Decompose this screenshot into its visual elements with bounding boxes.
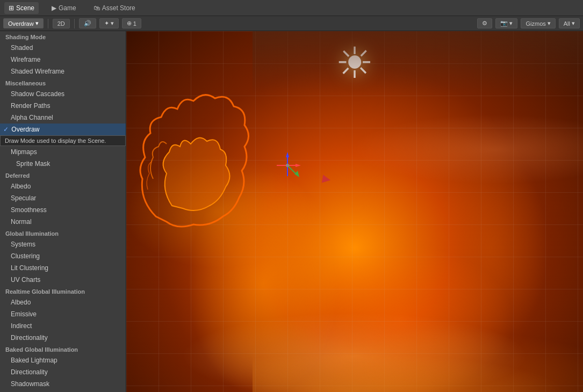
menu-item-shadow-cascades[interactable]: Shadow Cascades	[0, 88, 126, 100]
scene-viewport[interactable]: ☀	[126, 31, 583, 392]
gizmos-dropdown-icon: ▾	[548, 20, 551, 27]
toolbar-separator-2	[74, 19, 75, 28]
deferred-header: Deferred	[0, 170, 126, 180]
menu-item-albedo-deferred[interactable]: Albedo	[0, 180, 126, 192]
move-icon: ⊕	[127, 20, 132, 27]
menu-item-overdraw[interactable]: Overdraw	[0, 124, 126, 135]
settings-icon: ⚙	[482, 20, 487, 27]
all-button[interactable]: All ▾	[559, 18, 580, 28]
menu-item-lit-clustering[interactable]: Lit Clustering	[0, 262, 126, 274]
menu-item-shaded[interactable]: Shaded	[0, 42, 126, 54]
menu-item-baked-albedo[interactable]: Albedo	[0, 390, 126, 392]
menu-item-clustering[interactable]: Clustering	[0, 250, 126, 262]
baked-gi-header: Baked Global Illumination	[0, 344, 126, 354]
effects-icon: ✦	[104, 20, 109, 27]
2d-label: 2D	[57, 20, 65, 27]
tab-game[interactable]: ▶ Game	[47, 2, 81, 14]
menu-item-rt-directionality[interactable]: Directionality	[0, 332, 126, 344]
smoke-top	[253, 31, 583, 96]
top-bar: ⊞ Scene ▶ Game 🛍 Asset Store	[0, 0, 583, 16]
overdraw-button[interactable]: Overdraw ▾	[3, 18, 44, 28]
shading-dropdown-panel: Shading Mode Shaded Wireframe Shaded Wir…	[0, 31, 126, 392]
count-label: 1	[133, 20, 136, 27]
scene-toolbar: Overdraw ▾ 2D 🔊 ✦ ▾ ⊕ 1 ⚙ 📷 ▾ Gizmos ▾ A…	[0, 16, 583, 31]
move-button[interactable]: ⊕ 1	[122, 18, 141, 28]
menu-item-rt-indirect[interactable]: Indirect	[0, 320, 126, 332]
all-label: All	[564, 20, 570, 27]
camera-dropdown-icon: ▾	[509, 20, 513, 27]
menu-item-shaded-wireframe[interactable]: Shaded Wireframe	[0, 66, 126, 77]
menu-item-render-paths[interactable]: Render Paths	[0, 100, 126, 112]
toolbar-separator-1	[48, 19, 48, 28]
game-icon: ▶	[52, 4, 56, 12]
all-dropdown-icon: ▾	[572, 20, 575, 27]
menu-item-baked-directionality[interactable]: Directionality	[0, 366, 126, 378]
main-content: Shading Mode Shaded Wireframe Shaded Wir…	[0, 31, 583, 392]
gizmos-label: Gizmos	[526, 20, 545, 27]
tab-asset-store[interactable]: 🛍 Asset Store	[89, 2, 140, 14]
overdraw-label: Overdraw	[8, 20, 34, 27]
scene-icon: ⊞	[9, 4, 14, 12]
camera-button[interactable]: 📷 ▾	[495, 18, 517, 28]
menu-item-smoothness-deferred[interactable]: Smoothness	[0, 204, 126, 216]
realtime-gi-header: Realtime Global Illumination	[0, 286, 126, 296]
camera-icon: 📷	[500, 20, 508, 27]
menu-item-systems[interactable]: Systems	[0, 238, 126, 250]
global-illumination-header: Global Illumination	[0, 228, 126, 238]
gizmos-button[interactable]: Gizmos ▾	[521, 18, 555, 28]
menu-item-shadowmask[interactable]: Shadowmask	[0, 378, 126, 390]
menu-item-wireframe[interactable]: Wireframe	[0, 54, 126, 66]
shading-mode-header: Shading Mode	[0, 31, 126, 42]
2d-button[interactable]: 2D	[53, 19, 70, 28]
tab-asset-store-label: Asset Store	[102, 4, 135, 12]
settings-button[interactable]: ⚙	[477, 18, 492, 28]
menu-item-sprite-mask[interactable]: Sprite Mask	[0, 158, 126, 170]
asset-store-icon: 🛍	[93, 4, 100, 12]
tab-game-label: Game	[59, 4, 76, 12]
menu-item-uv-charts-gi[interactable]: UV Charts	[0, 274, 126, 286]
effects-button[interactable]: ✦ ▾	[99, 18, 119, 28]
menu-item-baked-lightmap[interactable]: Baked Lightmap	[0, 354, 126, 366]
menu-item-normal-deferred[interactable]: Normal	[0, 216, 126, 228]
tab-scene[interactable]: ⊞ Scene	[4, 2, 39, 14]
effects-dropdown-icon: ▾	[111, 20, 114, 27]
overdraw-tooltip: Draw Mode used to display the Scene.	[0, 135, 126, 146]
fire-mid-glow	[287, 96, 583, 203]
miscellaneous-header: Miscellaneous	[0, 77, 126, 88]
menu-item-alpha-channel[interactable]: Alpha Channel	[0, 112, 126, 124]
menu-item-mipmaps[interactable]: Mipmaps	[0, 146, 126, 158]
audio-button[interactable]: 🔊	[79, 18, 96, 28]
audio-icon: 🔊	[84, 20, 91, 27]
menu-item-specular-deferred[interactable]: Specular	[0, 192, 126, 204]
menu-item-rt-emissive[interactable]: Emissive	[0, 308, 126, 320]
fire-left-glow	[253, 295, 583, 392]
overdraw-dropdown-icon: ▾	[35, 20, 39, 27]
menu-item-rt-albedo[interactable]: Albedo	[0, 296, 126, 308]
tab-scene-label: Scene	[16, 4, 34, 12]
